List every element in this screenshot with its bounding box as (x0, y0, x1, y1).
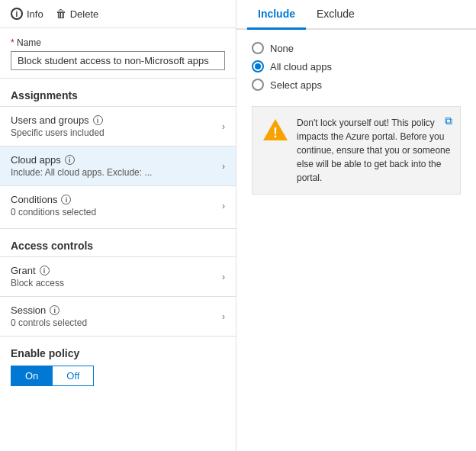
users-groups-item[interactable]: Users and groups i Specific users includ… (0, 106, 236, 146)
toggle-on-button[interactable]: On (11, 366, 52, 386)
enable-policy-label: Enable policy (11, 347, 225, 359)
conditions-info-icon: i (61, 195, 71, 205)
grant-chevron: › (222, 272, 225, 282)
conditions-item[interactable]: Conditions i 0 conditions selected › (0, 185, 236, 225)
toggle-off-button[interactable]: Off (52, 366, 94, 386)
radio-all-cloud-apps-label: All cloud apps (270, 61, 332, 72)
grant-subtitle: Block access (11, 278, 64, 288)
radio-none[interactable]: None (252, 42, 461, 54)
cloud-apps-item[interactable]: Cloud apps i Include: All cloud apps. Ex… (0, 146, 236, 185)
grant-content: Grant i Block access (11, 265, 64, 288)
access-controls-header: Access controls (0, 229, 236, 256)
session-title: Session i (11, 304, 87, 316)
conditions-subtitle: 0 conditions selected (11, 207, 96, 217)
tab-exclude[interactable]: Exclude (306, 0, 365, 30)
radio-select-apps[interactable]: Select apps (252, 79, 461, 91)
external-link-icon[interactable]: ⧉ (445, 114, 452, 127)
radio-none-circle (252, 42, 264, 54)
grant-item[interactable]: Grant i Block access › (0, 256, 236, 296)
session-item[interactable]: Session i 0 controls selected › (0, 296, 236, 336)
radio-none-label: None (270, 43, 294, 54)
tab-include[interactable]: Include (247, 0, 306, 30)
users-groups-subtitle: Specific users included (11, 127, 105, 138)
enable-policy-toggle: On Off (11, 366, 225, 386)
cloud-apps-content: Cloud apps i Include: All cloud apps. Ex… (11, 154, 152, 178)
conditions-chevron: › (222, 201, 225, 211)
info-icon: i (11, 8, 23, 20)
radio-select-apps-label: Select apps (270, 79, 322, 91)
trash-icon: 🗑 (56, 8, 66, 20)
users-groups-chevron: › (222, 121, 225, 132)
warning-box: ! Don't lock yourself out! This policy i… (252, 106, 461, 195)
top-bar: i Info 🗑 Delete (0, 0, 236, 28)
session-chevron: › (222, 311, 225, 322)
session-subtitle: 0 controls selected (11, 317, 87, 328)
cloud-apps-info-icon: i (65, 155, 75, 165)
cloud-apps-subtitle: Include: All cloud apps. Exclude: ... (11, 167, 152, 178)
warning-triangle-icon: ! (262, 116, 289, 143)
svg-text:!: ! (273, 125, 278, 140)
session-info-icon: i (50, 305, 60, 315)
users-groups-info-icon: i (93, 115, 103, 125)
right-panel: Include Exclude None All cloud apps Sele… (236, 0, 476, 451)
enable-policy-section: Enable policy On Off (0, 336, 236, 397)
left-panel: i Info 🗑 Delete * Name Assignments Users… (0, 0, 236, 451)
name-field-label: * Name (11, 37, 225, 48)
session-content: Session i 0 controls selected (11, 304, 87, 328)
warning-text: Don't lock yourself out! This policy imp… (297, 116, 451, 185)
conditions-content: Conditions i 0 conditions selected (11, 194, 96, 217)
assignments-header: Assignments (0, 79, 236, 106)
info-button[interactable]: i Info (11, 8, 43, 20)
delete-button[interactable]: 🗑 Delete (56, 8, 99, 20)
delete-label: Delete (70, 8, 99, 20)
name-input[interactable] (11, 51, 225, 70)
required-marker: * (11, 37, 14, 48)
cloud-apps-chevron: › (222, 161, 225, 172)
radio-all-cloud-apps-circle (252, 60, 264, 72)
cloud-apps-radio-group: None All cloud apps Select apps (252, 42, 461, 91)
tabs-bar: Include Exclude (236, 0, 476, 30)
grant-info-icon: i (40, 266, 50, 275)
users-groups-title: Users and groups i (11, 114, 105, 126)
name-section: * Name (0, 28, 236, 79)
radio-all-cloud-apps[interactable]: All cloud apps (252, 60, 461, 72)
conditions-title: Conditions i (11, 194, 96, 205)
grant-title: Grant i (11, 265, 64, 276)
access-controls-section: Access controls Grant i Block access › S… (0, 228, 236, 336)
info-label: Info (27, 8, 43, 20)
users-groups-content: Users and groups i Specific users includ… (11, 114, 105, 138)
radio-select-apps-circle (252, 79, 264, 91)
right-content: None All cloud apps Select apps ! Don't (236, 30, 476, 207)
cloud-apps-title: Cloud apps i (11, 154, 152, 166)
